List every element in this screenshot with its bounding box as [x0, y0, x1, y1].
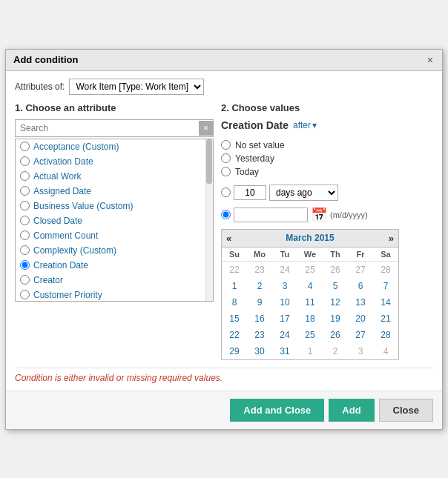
calendar-day[interactable]: 7 — [373, 278, 398, 294]
calendar-day[interactable]: 26 — [323, 262, 348, 278]
attributes-select[interactable]: Work Item [Type: Work Item] — [69, 79, 204, 95]
calendar-day[interactable]: 14 — [373, 294, 398, 311]
calendar-day[interactable]: 18 — [297, 311, 323, 327]
chevron-down-icon: ▾ — [312, 120, 317, 130]
calendar-day[interactable]: 29 — [222, 343, 247, 359]
calendar-weekdays: Su Mo Tu We Th Fr Sa — [222, 248, 398, 262]
option-yesterday[interactable]: Yesterday — [221, 152, 433, 165]
calendar-day[interactable]: 2 — [247, 278, 272, 294]
dialog-close-button[interactable]: × — [426, 54, 435, 66]
calendar-day[interactable]: 22 — [222, 262, 247, 278]
calendar-days: 22 23 24 25 26 27 28 1 2 3 4 5 6 — [222, 262, 398, 359]
radio-no-set-value[interactable] — [221, 140, 231, 150]
calendar-day[interactable]: 12 — [323, 294, 348, 311]
calendar-day[interactable]: 1 — [222, 278, 247, 294]
attributes-row: Attributes of: Work Item [Type: Work Ite… — [15, 79, 433, 95]
calendar-next-button[interactable]: » — [389, 233, 394, 244]
calendar-day[interactable]: 24 — [272, 327, 297, 343]
calendar-day[interactable]: 2 — [323, 343, 348, 359]
value-options-list: No set value Yesterday Today — [221, 139, 433, 179]
calendar-day[interactable]: 9 — [247, 294, 272, 311]
calendar-day[interactable]: 20 — [348, 311, 373, 327]
add-button[interactable]: Add — [329, 399, 374, 422]
left-section-title: 1. Choose an attribute — [15, 102, 214, 113]
calendar-day[interactable]: 15 — [222, 311, 247, 327]
option-no-set-value[interactable]: No set value — [221, 139, 433, 152]
calendar-day[interactable]: 10 — [272, 294, 297, 311]
weekday-sa: Sa — [373, 248, 398, 261]
search-clear-button[interactable]: × — [199, 121, 213, 136]
calendar-day[interactable]: 27 — [348, 327, 373, 343]
list-item[interactable]: Actual Work — [16, 169, 213, 184]
calendar-day[interactable]: 24 — [272, 262, 297, 278]
calendar-day[interactable]: 28 — [373, 327, 398, 343]
calendar-day[interactable]: 25 — [297, 262, 323, 278]
calendar-day[interactable]: 26 — [323, 327, 348, 343]
calendar-day[interactable]: 11 — [297, 294, 323, 311]
two-columns-layout: 1. Choose an attribute × Acceptance (Cus… — [15, 102, 433, 360]
list-item[interactable]: Assigned Date — [16, 184, 213, 199]
left-column: 1. Choose an attribute × Acceptance (Cus… — [15, 102, 214, 360]
calendar-day[interactable]: 23 — [247, 327, 272, 343]
calendar-day[interactable]: 17 — [272, 311, 297, 327]
date-format-hint: (m/d/yyyy) — [330, 210, 368, 219]
calendar-day[interactable]: 1 — [297, 343, 323, 359]
right-column: 2. Choose values Creation Date after ▾ N… — [221, 102, 433, 360]
radio-days-ago[interactable] — [221, 187, 231, 197]
list-item[interactable]: Complexity (Custom) — [16, 243, 213, 258]
calendar-day[interactable]: 22 — [222, 327, 247, 343]
date-text-input[interactable] — [234, 208, 308, 222]
days-input[interactable] — [234, 185, 266, 200]
calendar-icon[interactable]: 📅 — [311, 207, 327, 223]
list-item[interactable]: Acceptance (Custom) — [16, 139, 213, 154]
calendar-month-year: March 2015 — [286, 233, 334, 243]
date-input-row: 📅 (m/d/yyyy) — [221, 205, 433, 225]
scrollbar[interactable] — [205, 139, 213, 301]
radio-specific-date[interactable] — [221, 210, 231, 219]
calendar-day[interactable]: 3 — [348, 343, 373, 359]
calendar-day[interactable]: 19 — [323, 311, 348, 327]
calendar-day[interactable]: 27 — [348, 262, 373, 278]
dialog-title: Add condition — [13, 54, 78, 65]
calendar-day[interactable]: 5 — [323, 278, 348, 294]
list-item-creation-date[interactable]: Creation Date — [16, 258, 213, 273]
weekday-tu: Tu — [272, 248, 297, 261]
weekday-we: We — [297, 248, 323, 261]
close-button[interactable]: Close — [379, 399, 433, 422]
calendar-day[interactable]: 13 — [348, 294, 373, 311]
dialog-footer: Add and Close Add Close — [6, 391, 442, 429]
days-ago-row: days ago weeks ago months ago — [221, 183, 433, 202]
attribute-list: Acceptance (Custom) Activation Date Actu… — [15, 139, 214, 302]
calendar-day[interactable]: 28 — [373, 262, 398, 278]
error-message: Condition is either invalid or missing r… — [15, 368, 433, 383]
calendar-day[interactable]: 16 — [247, 311, 272, 327]
list-item[interactable]: Business Value (Custom) — [16, 199, 213, 213]
dialog-title-bar: Add condition × — [6, 50, 442, 71]
list-item[interactable]: Creator — [16, 273, 213, 288]
option-today[interactable]: Today — [221, 165, 433, 179]
list-item[interactable]: Closed Date — [16, 213, 213, 228]
calendar-day[interactable]: 30 — [247, 343, 272, 359]
radio-today[interactable] — [221, 167, 231, 176]
calendar-day[interactable]: 31 — [272, 343, 297, 359]
right-header: Creation Date after ▾ — [221, 119, 433, 131]
list-item[interactable]: Customer Priority — [16, 288, 213, 302]
calendar-day[interactable]: 6 — [348, 278, 373, 294]
calendar-day[interactable]: 8 — [222, 294, 247, 311]
add-and-close-button[interactable]: Add and Close — [230, 399, 324, 422]
days-unit-select[interactable]: days ago weeks ago months ago — [269, 185, 338, 201]
after-dropdown-button[interactable]: after ▾ — [293, 120, 317, 130]
calendar-day[interactable]: 4 — [373, 343, 398, 359]
calendar-day[interactable]: 25 — [297, 327, 323, 343]
radio-yesterday[interactable] — [221, 153, 231, 163]
calendar-prev-button[interactable]: « — [226, 233, 231, 244]
add-condition-dialog: Add condition × Attributes of: Work Item… — [5, 49, 443, 430]
search-box: × — [15, 119, 214, 137]
list-item[interactable]: Comment Count — [16, 228, 213, 243]
calendar-day[interactable]: 4 — [297, 278, 323, 294]
calendar-day[interactable]: 21 — [373, 311, 398, 327]
calendar-day[interactable]: 23 — [247, 262, 272, 278]
search-input[interactable] — [16, 120, 199, 136]
list-item[interactable]: Activation Date — [16, 154, 213, 169]
calendar-day[interactable]: 3 — [272, 278, 297, 294]
